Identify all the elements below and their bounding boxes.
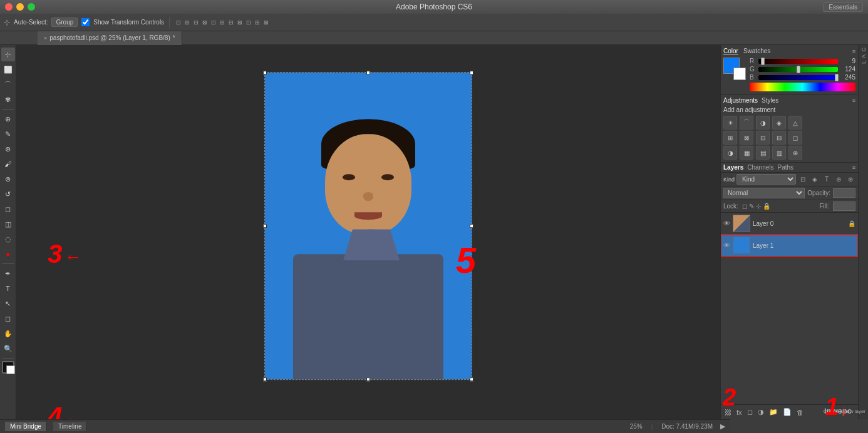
tab-close-icon[interactable]: ×: [44, 35, 47, 41]
fill-input[interactable]: 100%: [833, 201, 855, 211]
layers-menu[interactable]: ≡: [852, 165, 855, 171]
new-layer-btn[interactable]: 📄: [782, 407, 793, 417]
layer-0-visibility[interactable]: 👁: [723, 220, 730, 227]
workspace-button[interactable]: Essentials: [823, 3, 863, 12]
brightness-adj[interactable]: ☀: [723, 116, 737, 130]
zoom-tool[interactable]: 🔍: [1, 342, 15, 355]
handle-bm[interactable]: [366, 377, 370, 381]
filter-smart-icon[interactable]: ⊛: [845, 175, 855, 185]
layers-panel-icon[interactable]: L: [860, 61, 867, 64]
filter-adj-icon[interactable]: ◈: [810, 175, 820, 185]
shape-tool[interactable]: ◻: [1, 312, 15, 325]
handle-ml[interactable]: [263, 224, 267, 228]
channels-tab[interactable]: Channels: [747, 164, 773, 171]
brush-tool[interactable]: 🖌: [1, 157, 15, 171]
show-transform-checkbox[interactable]: [81, 18, 90, 26]
color-lookup-adj[interactable]: ◻: [788, 131, 802, 145]
handle-tm[interactable]: [366, 71, 370, 74]
adj-panel-menu[interactable]: ≡: [852, 98, 855, 104]
curves-adj[interactable]: ⌒: [740, 116, 753, 130]
group-select-button[interactable]: Group: [51, 18, 78, 27]
document-tab[interactable]: × pasphotofadli.psd @ 25% (Layer 1, RGB/…: [38, 31, 182, 45]
delete-layer-btn[interactable]: 🗑: [795, 407, 805, 417]
blur-tool[interactable]: ◌: [1, 232, 15, 246]
close-button[interactable]: [5, 3, 13, 11]
handle-mr[interactable]: [470, 224, 473, 228]
blend-mode-select[interactable]: Normal: [723, 188, 805, 198]
channel-mixer-adj[interactable]: ⊟: [772, 131, 786, 145]
crop-tool[interactable]: ⊕: [1, 112, 15, 126]
vibrance-adj[interactable]: ◈: [772, 116, 786, 130]
swatches-tab[interactable]: Swatches: [743, 48, 770, 55]
foreground-color-swatch[interactable]: [2, 361, 14, 374]
color-spectrum[interactable]: [750, 83, 855, 91]
quick-select-tool[interactable]: ✾: [1, 93, 15, 106]
invert-adj[interactable]: ◑: [723, 146, 737, 160]
gradient-tool[interactable]: ◫: [1, 217, 15, 231]
opacity-input[interactable]: 100%: [833, 188, 855, 198]
r-thumb[interactable]: [761, 58, 765, 65]
lasso-tool[interactable]: ⌒: [1, 78, 15, 91]
b-thumb[interactable]: [835, 74, 839, 81]
lock-transparent-icon[interactable]: ◻: [742, 203, 747, 210]
layer-item-1[interactable]: 👁 Layer 1: [721, 235, 858, 257]
lock-all-icon[interactable]: 🔒: [763, 203, 770, 210]
move-tool[interactable]: ⊹: [1, 48, 15, 61]
healing-tool[interactable]: ⊛: [1, 142, 15, 156]
layers-tab[interactable]: Layers: [723, 164, 743, 171]
kind-select[interactable]: Kind: [736, 174, 796, 185]
selective-color-adj[interactable]: ⊛: [788, 146, 802, 160]
handle-br[interactable]: [470, 377, 473, 381]
gradient-map-adj[interactable]: ▥: [772, 146, 786, 160]
handle-bl[interactable]: [263, 377, 267, 381]
link-layers-btn[interactable]: ⛓: [723, 407, 733, 417]
handle-tr[interactable]: [470, 71, 473, 74]
color-panel-menu[interactable]: ≡: [852, 48, 855, 54]
lock-move-icon[interactable]: ⊹: [756, 203, 761, 210]
posterize-adj[interactable]: ▦: [740, 146, 753, 160]
mini-bridge-tab[interactable]: Mini Bridge: [5, 422, 47, 431]
adj-panel-icon[interactable]: A: [860, 54, 867, 58]
filter-text-icon[interactable]: T: [822, 175, 832, 185]
new-adj-layer-btn[interactable]: ◑: [757, 407, 765, 417]
dodge-tool[interactable]: ●: [1, 247, 15, 261]
photo-filter-adj[interactable]: ⊡: [756, 131, 770, 145]
layer-1-visibility[interactable]: 👁: [723, 242, 730, 249]
add-mask-btn[interactable]: ◻: [746, 407, 754, 417]
exposure-adj[interactable]: ◑: [756, 116, 770, 130]
handle-tl[interactable]: [263, 71, 267, 74]
layer-style-btn[interactable]: fx: [735, 407, 743, 417]
filter-type-icon[interactable]: ⊡: [798, 175, 808, 185]
background-swatch[interactable]: [733, 68, 746, 80]
layer-item-0[interactable]: 👁 Layer 0 🔒: [721, 213, 858, 235]
adjustments-tab[interactable]: Adjustments: [723, 97, 758, 104]
color-panel-icon[interactable]: C: [860, 48, 867, 52]
b-slider[interactable]: [758, 75, 838, 80]
g-slider[interactable]: [758, 67, 838, 72]
clone-stamp-tool[interactable]: ⊚: [1, 172, 15, 186]
color-swatches[interactable]: [723, 58, 746, 80]
canvas-area[interactable]: 3 ← 4 ← 5: [16, 45, 720, 419]
maximize-button[interactable]: [28, 3, 35, 11]
type-tool[interactable]: T: [1, 282, 15, 295]
new-group-btn[interactable]: 📁: [768, 407, 779, 417]
eraser-tool[interactable]: ◻: [1, 202, 15, 216]
timeline-tab[interactable]: Timeline: [53, 422, 87, 431]
marquee-tool[interactable]: ⬜: [1, 63, 15, 76]
eyedropper-tool[interactable]: ✎: [1, 127, 15, 141]
color-tab[interactable]: Color: [723, 48, 738, 55]
paths-tab[interactable]: Paths: [778, 164, 794, 171]
lock-paint-icon[interactable]: ✎: [749, 203, 754, 210]
g-thumb[interactable]: [797, 66, 800, 73]
doc-info-arrow[interactable]: ▶: [720, 422, 725, 430]
pen-tool[interactable]: ✒: [1, 267, 15, 280]
bw-adj[interactable]: ⊠: [740, 131, 753, 145]
minimize-button[interactable]: [16, 3, 24, 11]
hsl-adj[interactable]: △: [788, 116, 802, 130]
filter-shape-icon[interactable]: ⊚: [834, 175, 844, 185]
history-brush-tool[interactable]: ↺: [1, 187, 15, 201]
path-selection-tool[interactable]: ↖: [1, 297, 15, 310]
colorbal-adj[interactable]: ⊞: [723, 131, 737, 145]
r-slider[interactable]: [758, 59, 838, 64]
threshold-adj[interactable]: ▤: [756, 146, 770, 160]
